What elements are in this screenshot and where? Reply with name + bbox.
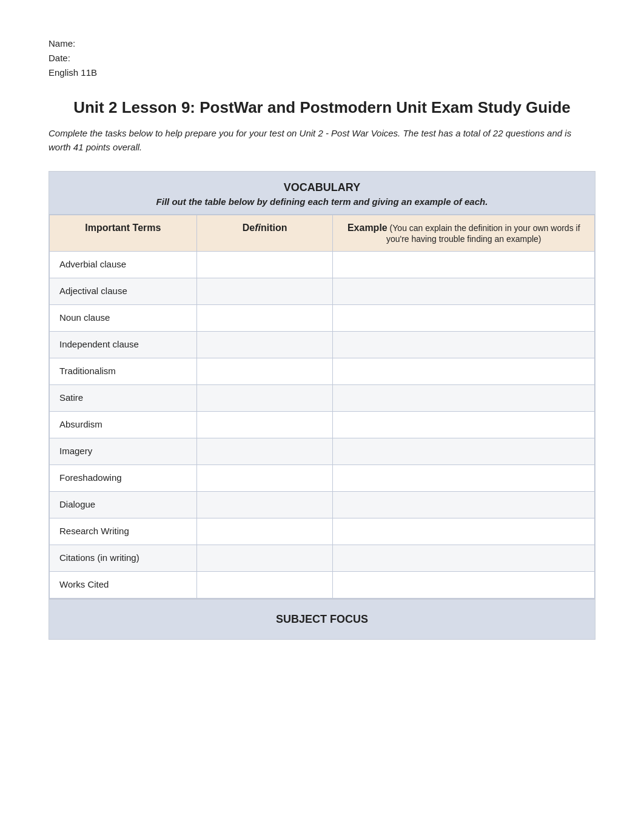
table-row: Research Writing [50,518,595,545]
term-cell: Satire [50,385,197,412]
definition-cell[interactable] [196,252,333,278]
table-row: Satire [50,385,595,412]
subtitle: Complete the tasks below to help prepare… [49,127,595,154]
definition-cell[interactable] [196,438,333,465]
definition-cell[interactable] [196,358,333,385]
table-row: Works Cited [50,572,595,599]
example-cell[interactable] [333,465,595,492]
definition-cell[interactable] [196,305,333,332]
term-cell: Foreshadowing [50,465,197,492]
page-title: Unit 2 Lesson 9: PostWar and Postmodern … [49,97,595,118]
example-cell[interactable] [333,358,595,385]
definition-cell[interactable] [196,492,333,518]
table-header-row: Important Terms Definition Example (You … [50,215,595,252]
example-note: (You can explain the definition in your … [386,223,580,244]
definition-cell[interactable] [196,545,333,572]
table-row: Dialogue [50,492,595,518]
table-row: Independent clause [50,332,595,358]
table-row: Absurdism [50,412,595,438]
table-row: Adjectival clause [50,278,595,305]
definition-cell[interactable] [196,572,333,599]
subject-focus-title: SUBJECT FOCUS [276,613,368,625]
table-row: Imagery [50,438,595,465]
vocab-table: Important Terms Definition Example (You … [49,215,595,599]
table-row: Foreshadowing [50,465,595,492]
example-cell[interactable] [333,545,595,572]
term-cell: Traditionalism [50,358,197,385]
example-cell[interactable] [333,305,595,332]
example-cell[interactable] [333,518,595,545]
date-label: Date: [49,51,595,65]
name-label: Name: [49,36,595,51]
class-label: English 11B [49,65,595,80]
definition-cell[interactable] [196,412,333,438]
example-cell[interactable] [333,278,595,305]
col-header-example: Example (You can explain the definition … [333,215,595,252]
term-cell: Adjectival clause [50,278,197,305]
term-cell: Citations (in writing) [50,545,197,572]
term-cell: Independent clause [50,332,197,358]
header-info: Name: Date: English 11B [49,36,595,80]
definition-cell[interactable] [196,518,333,545]
term-cell: Absurdism [50,412,197,438]
subject-focus-section: SUBJECT FOCUS [49,599,595,640]
term-cell: Dialogue [50,492,197,518]
term-cell: Adverbial clause [50,252,197,278]
term-cell: Works Cited [50,572,197,599]
term-cell: Imagery [50,438,197,465]
example-cell[interactable] [333,492,595,518]
term-cell: Noun clause [50,305,197,332]
definition-text: Definition [243,223,287,233]
vocab-section: VOCABULARY Fill out the table below by d… [49,171,595,599]
table-row: Adverbial clause [50,252,595,278]
example-bold: Example [347,223,387,233]
definition-cell[interactable] [196,278,333,305]
vocab-header-title: VOCABULARY [61,181,583,194]
table-row: Noun clause [50,305,595,332]
col-header-terms: Important Terms [50,215,197,252]
example-cell[interactable] [333,252,595,278]
term-cell: Research Writing [50,518,197,545]
example-cell[interactable] [333,412,595,438]
definition-cell[interactable] [196,332,333,358]
table-row: Traditionalism [50,358,595,385]
definition-cell[interactable] [196,465,333,492]
vocab-header: VOCABULARY Fill out the table below by d… [49,172,595,215]
example-cell[interactable] [333,438,595,465]
col-header-definition: Definition [196,215,333,252]
example-cell[interactable] [333,385,595,412]
example-cell[interactable] [333,332,595,358]
definition-cell[interactable] [196,385,333,412]
vocab-header-subtitle: Fill out the table below by defining eac… [61,196,583,207]
table-row: Citations (in writing) [50,545,595,572]
example-cell[interactable] [333,572,595,599]
